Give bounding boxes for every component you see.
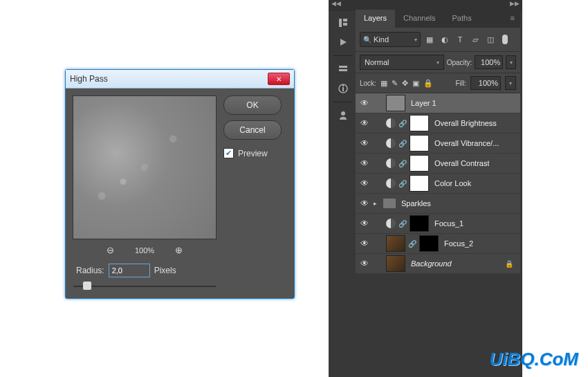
layer-name[interactable]: Overall Vibrance/... xyxy=(434,139,499,147)
layer-name[interactable]: Focus_2 xyxy=(444,239,473,248)
zoom-out-icon[interactable]: ⊖ xyxy=(107,245,114,255)
tab-paths[interactable]: Paths xyxy=(444,10,480,28)
mask-thumb[interactable] xyxy=(410,215,429,232)
svg-rect-4 xyxy=(339,66,347,68)
link-icon: 🔗 xyxy=(398,220,407,228)
svg-marker-3 xyxy=(340,39,347,46)
visibility-icon[interactable]: 👁 xyxy=(358,138,371,148)
close-button[interactable]: ✕ xyxy=(268,73,290,85)
filter-kind-select[interactable]: 🔍Kind▾ xyxy=(360,32,421,47)
layer-name[interactable]: Color Look xyxy=(434,179,471,187)
layer-row[interactable]: 👁 🔗 Overall Brightness xyxy=(356,113,520,134)
layer-row[interactable]: 👁 🔗 Color Look xyxy=(356,174,520,194)
mask-thumb[interactable] xyxy=(410,155,429,172)
svg-point-9 xyxy=(341,111,345,116)
lock-position-icon[interactable]: ✥ xyxy=(402,79,408,88)
fill-dropdown[interactable]: ▾ xyxy=(505,76,516,90)
layer-name[interactable]: Sparkles xyxy=(401,199,431,208)
dock-play-icon[interactable] xyxy=(333,33,353,51)
cancel-button[interactable]: Cancel xyxy=(223,120,282,140)
layer-row[interactable]: 👁 🔗 Overall Contrast xyxy=(356,154,520,174)
layer-name[interactable]: Overall Brightness xyxy=(434,119,497,127)
ok-button[interactable]: OK xyxy=(223,95,282,115)
tab-layers[interactable]: Layers xyxy=(356,10,395,28)
folder-icon xyxy=(383,199,396,208)
mask-thumb[interactable] xyxy=(410,175,429,192)
layer-row[interactable]: 👁 Background 🔒 xyxy=(356,254,520,274)
blend-mode-value: Normal xyxy=(365,58,389,66)
adjustment-icon xyxy=(386,158,396,168)
filter-adjust-icon[interactable]: ◐ xyxy=(439,33,451,46)
svg-rect-5 xyxy=(339,69,347,71)
visibility-icon[interactable]: 👁 xyxy=(358,178,371,188)
dock-column xyxy=(332,12,354,126)
filter-type-icon[interactable]: T xyxy=(454,33,466,46)
layer-row[interactable]: 👁 🔗 Overall Vibrance/... xyxy=(356,134,520,154)
lock-all-icon[interactable]: 🔒 xyxy=(423,79,433,88)
dialog-titlebar[interactable]: High Pass ✕ xyxy=(66,70,294,89)
layer-name[interactable]: Background xyxy=(411,259,452,268)
visibility-icon[interactable]: 👁 xyxy=(358,118,371,128)
link-icon: 🔗 xyxy=(398,140,407,147)
opacity-label: Opacity: xyxy=(447,59,472,66)
layer-name[interactable]: Layer 1 xyxy=(411,99,437,107)
layer-name[interactable]: Overall Contrast xyxy=(434,159,489,167)
lock-artboard-icon[interactable]: ▣ xyxy=(412,79,419,88)
mask-thumb[interactable] xyxy=(410,135,429,151)
tab-channels[interactable]: Channels xyxy=(395,10,443,28)
zoom-in-icon[interactable]: ⊕ xyxy=(175,245,183,255)
filter-pixel-icon[interactable]: ▦ xyxy=(423,33,436,46)
layer-thumb[interactable] xyxy=(386,95,405,111)
layer-row[interactable]: 👁 🔗 Focus_2 xyxy=(356,234,520,254)
dock-icon-3[interactable] xyxy=(333,60,353,78)
blend-mode-select[interactable]: Normal▾ xyxy=(360,55,444,70)
visibility-icon[interactable]: 👁 xyxy=(358,259,371,268)
layer-thumb[interactable] xyxy=(386,235,405,252)
lock-icon: 🔒 xyxy=(505,260,513,268)
layer-name[interactable]: Focus_1 xyxy=(434,219,463,228)
layers-panel: Layers Channels Paths ≡ 🔍Kind▾ ▦ ◐ T ▱ ◫… xyxy=(356,10,520,274)
slider-thumb[interactable] xyxy=(83,282,91,290)
layer-list: 👁 Layer 1 👁 🔗 Overall Brightness 👁 🔗 Ove… xyxy=(356,93,520,274)
mask-thumb[interactable] xyxy=(419,235,439,252)
visibility-icon[interactable]: 👁 xyxy=(358,219,371,228)
layer-row[interactable]: 👁 ▸ Sparkles xyxy=(356,194,520,214)
visibility-icon[interactable]: 👁 xyxy=(358,98,371,108)
visibility-icon[interactable]: 👁 xyxy=(358,239,371,248)
visibility-icon[interactable]: 👁 xyxy=(358,158,371,168)
opacity-value[interactable]: 100% xyxy=(475,55,503,69)
adjustment-icon xyxy=(386,219,396,228)
layer-row[interactable]: 👁 Layer 1 xyxy=(356,93,520,113)
radius-input[interactable] xyxy=(109,264,150,277)
svg-rect-7 xyxy=(342,87,344,91)
filter-shape-icon[interactable]: ▱ xyxy=(469,33,481,46)
panel-menu-icon[interactable]: ≡ xyxy=(505,10,520,28)
fill-value[interactable]: 100% xyxy=(470,76,501,90)
svg-rect-0 xyxy=(339,19,342,27)
preview-image[interactable] xyxy=(73,95,217,239)
lock-transparency-icon[interactable]: ▦ xyxy=(380,79,387,88)
adjustment-icon xyxy=(386,138,396,148)
dock-person-icon[interactable] xyxy=(333,107,353,125)
layer-row[interactable]: 👁 🔗 Focus_1 xyxy=(356,214,520,234)
lock-label: Lock: xyxy=(360,80,376,87)
fill-label: Fill: xyxy=(455,80,466,87)
svg-rect-1 xyxy=(343,19,347,21)
preview-checkbox[interactable]: ✔ xyxy=(223,148,234,158)
dialog-title: High Pass xyxy=(70,74,108,84)
layer-thumb[interactable] xyxy=(386,255,405,272)
opacity-dropdown[interactable]: ▾ xyxy=(506,55,516,69)
expand-icon[interactable]: ▸ xyxy=(374,200,380,207)
dock-info-icon[interactable] xyxy=(333,80,353,98)
visibility-icon[interactable]: 👁 xyxy=(358,199,371,208)
search-icon: 🔍 xyxy=(363,36,371,44)
filter-smart-icon[interactable]: ◫ xyxy=(484,33,497,46)
lock-brush-icon[interactable]: ✎ xyxy=(392,79,398,88)
mask-thumb[interactable] xyxy=(410,115,429,131)
dock-icon-1[interactable] xyxy=(333,14,353,32)
filter-toggle[interactable] xyxy=(502,35,508,44)
svg-rect-2 xyxy=(343,23,347,26)
chevron-down-icon: ▾ xyxy=(414,37,417,43)
radius-slider[interactable] xyxy=(73,282,216,291)
collapse-left-icon[interactable]: ◀◀ xyxy=(331,0,341,11)
